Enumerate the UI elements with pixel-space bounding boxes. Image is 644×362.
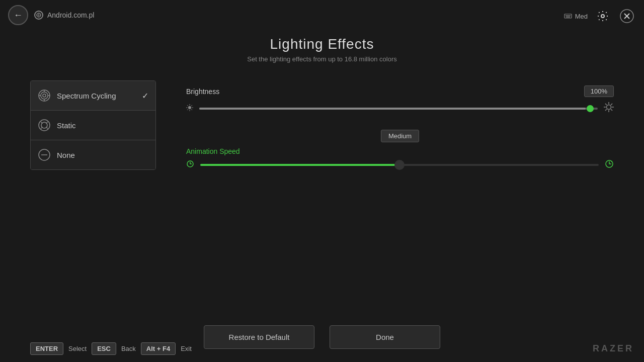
animation-speed-slider-row: Medium Animation Speed (186, 130, 614, 170)
svg-rect-7 (567, 16, 568, 17)
svg-point-21 (39, 120, 50, 131)
close-button[interactable] (618, 7, 636, 25)
effect-check-spectrum-cycling: ✓ (142, 91, 148, 101)
keyboard-icon (564, 12, 572, 20)
speed-max-icon (605, 159, 614, 170)
speed-slider[interactable] (200, 160, 599, 170)
esc-key-badge: ESC (92, 342, 116, 355)
site-info: Android.com.pl (34, 11, 94, 20)
svg-point-10 (601, 15, 604, 18)
media-info: Med (564, 12, 588, 20)
svg-line-34 (187, 105, 188, 106)
settings-panel: Brightness 100% (186, 80, 614, 302)
svg-line-44 (611, 109, 612, 111)
alt-f4-key-badge: Alt + F4 (141, 342, 176, 355)
brightness-label: Brightness (186, 87, 219, 96)
svg-point-16 (43, 94, 46, 97)
effect-item-static[interactable]: Static (31, 111, 155, 140)
spectrum-cycling-icon (38, 89, 51, 102)
site-name-label: Android.com.pl (47, 11, 94, 19)
keyboard-shortcuts: ENTER Select ESC Back Alt + F4 Exit (30, 342, 192, 355)
svg-rect-5 (568, 16, 569, 17)
brightness-max-icon (604, 102, 614, 115)
animation-speed-label: Animation Speed (186, 147, 240, 155)
page-title-section: Lighting Effects Set the lighting effect… (0, 30, 644, 63)
svg-line-35 (191, 109, 192, 110)
esc-key-label: Back (121, 345, 136, 352)
svg-point-38 (607, 105, 611, 110)
effect-label-none: None (57, 151, 75, 159)
brightness-fill (199, 108, 586, 110)
svg-line-37 (187, 109, 188, 110)
enter-key-label: Select (68, 345, 87, 352)
done-button[interactable]: Done (330, 325, 440, 349)
speed-thumb[interactable] (395, 161, 404, 169)
speed-fill (200, 164, 399, 166)
media-label: Med (575, 13, 588, 20)
speed-min-icon (186, 160, 194, 170)
top-bar: ← Android.com.pl Med (0, 0, 644, 30)
svg-line-46 (605, 109, 607, 111)
svg-point-15 (41, 92, 48, 99)
brightness-slider[interactable] (199, 104, 598, 114)
none-icon (38, 148, 51, 161)
svg-line-43 (605, 104, 607, 105)
brightness-track-row (186, 102, 614, 115)
speed-label-row: Animation Speed (186, 147, 614, 155)
page-subtitle: Set the lighting effects from up to 16.8… (0, 55, 644, 63)
effect-list: Spectrum Cycling ✓ Static None (30, 80, 156, 170)
enter-key-badge: ENTER (30, 342, 63, 355)
svg-rect-4 (566, 16, 567, 17)
speed-track-row (186, 159, 614, 170)
brightness-slider-row: Brightness 100% (186, 85, 614, 115)
effect-label-spectrum-cycling: Spectrum Cycling (57, 92, 116, 100)
speed-track (200, 164, 599, 166)
speed-tooltip-row: Medium (186, 130, 614, 144)
razer-logo: RAZER (593, 343, 634, 354)
svg-rect-9 (566, 17, 570, 18)
svg-rect-8 (569, 16, 570, 17)
site-icon (34, 11, 43, 20)
settings-button[interactable] (594, 7, 612, 25)
brightness-track (199, 108, 598, 110)
svg-line-36 (191, 105, 192, 106)
brightness-label-row: Brightness 100% (186, 85, 614, 97)
svg-point-29 (188, 106, 191, 109)
effect-label-static: Static (57, 121, 76, 130)
speed-tooltip: Medium (381, 130, 419, 142)
top-right-controls: Med (564, 7, 636, 25)
brightness-min-icon (186, 104, 193, 113)
brightness-thumb[interactable] (587, 105, 594, 112)
static-icon (38, 119, 51, 132)
brightness-value: 100% (584, 85, 614, 97)
svg-line-45 (611, 104, 612, 105)
restore-button[interactable]: Restore to Default (204, 325, 314, 349)
main-content: Spectrum Cycling ✓ Static None (0, 70, 644, 312)
svg-rect-6 (570, 16, 571, 17)
effect-item-spectrum-cycling[interactable]: Spectrum Cycling ✓ (31, 81, 155, 111)
back-button[interactable]: ← (8, 5, 28, 25)
effect-item-none[interactable]: None (31, 140, 155, 169)
page-title: Lighting Effects (0, 36, 644, 52)
alt-f4-key-label: Exit (181, 345, 192, 352)
